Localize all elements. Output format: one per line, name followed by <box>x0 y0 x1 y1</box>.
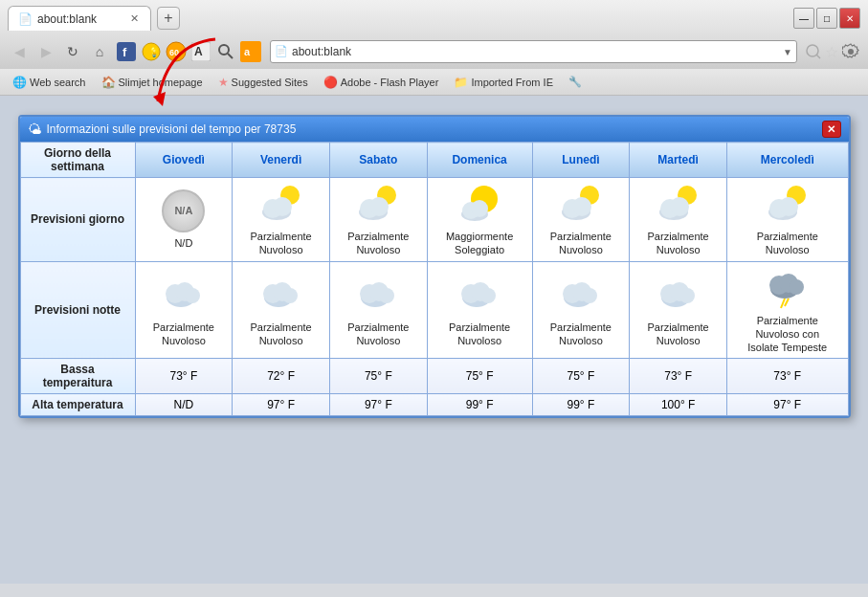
tuesday-night-text: ParzialmenteNuvoloso <box>648 321 709 348</box>
navigation-bar: ◀ ▶ ↻ ⌂ f 💡 60 A a <box>0 34 868 69</box>
address-dropdown-button[interactable]: ▼ <box>783 47 792 57</box>
monday-day-cell: ParzialmenteNuvoloso <box>532 178 630 262</box>
bookmark-web-search-label: Web search <box>30 77 86 88</box>
tuesday-day-icon: ParzialmenteNuvoloso <box>635 182 721 257</box>
toolbar-icons: f 💡 60 A a <box>115 40 262 63</box>
night-cloudy-svg5 <box>559 273 603 317</box>
bookmark-wrench[interactable]: 🔧 <box>564 74 587 90</box>
partly-cloudy-svg4 <box>657 182 701 226</box>
tab-close-button[interactable]: ✕ <box>128 12 141 25</box>
monday-low: 75° F <box>532 359 630 394</box>
sunday-day-cell: MaggiormenteSoleggiato <box>427 178 532 262</box>
popup-title-bar: 🌤 Informazioni sulle previsioni del temp… <box>20 117 849 142</box>
tuesday-day-text: ParzialmenteNuvoloso <box>648 230 709 257</box>
svg-point-59 <box>582 288 597 303</box>
tuesday-day-cell: ParzialmenteNuvoloso <box>630 178 727 262</box>
new-tab-button[interactable]: + <box>157 7 180 30</box>
night-cloudy-svg3 <box>356 273 400 317</box>
thursday-day-cell: N/A N/D <box>135 178 233 262</box>
friday-high: 97° F <box>233 394 330 416</box>
monday-night-cell: ParzialmenteNuvoloso <box>532 261 630 359</box>
search-area: ☆ <box>805 42 860 61</box>
facebook-icon[interactable]: f <box>115 40 138 63</box>
tab-title: about:blank <box>37 12 97 26</box>
friday-low: 72° F <box>233 359 330 394</box>
wednesday-day-cell: ParzialmenteNuvoloso <box>726 178 848 262</box>
day-header-text: Giorno dellasettimana <box>44 146 111 173</box>
sunday-night-text: ParzialmenteNuvoloso <box>449 321 510 348</box>
night-forecast-row: Previsioni notte ParzialmenteNuvoloso <box>20 261 848 359</box>
sunday-high: 99° F <box>427 394 532 416</box>
low-temp-label: Bassatemperaitura <box>20 359 135 394</box>
friday-day-cell: ParzialmenteNuvoloso <box>233 178 330 262</box>
star-button[interactable]: ☆ <box>825 43 838 61</box>
thursday-night-cell: ParzialmenteNuvoloso <box>135 261 233 359</box>
suggested-icon: ★ <box>218 76 229 89</box>
back-button[interactable]: ◀ <box>8 40 31 63</box>
bookmark-ie[interactable]: 📁 Imported From IE <box>449 74 558 91</box>
svg-point-39 <box>779 197 798 216</box>
thursday-night-text: ParzialmenteNuvoloso <box>153 321 214 348</box>
google-search-icon[interactable] <box>805 43 822 60</box>
tuesday-night-icon: ParzialmenteNuvoloso <box>635 273 721 348</box>
bookmark-suggested[interactable]: ★ Suggested Sites <box>213 74 313 91</box>
maximize-button[interactable]: □ <box>816 8 837 29</box>
sunday-day-text: MaggiormenteSoleggiato <box>446 230 513 257</box>
night-forecast-label: Previsioni notte <box>20 261 135 359</box>
thursday-day-text: N/D <box>174 236 192 250</box>
address-input[interactable] <box>292 45 783 58</box>
svg-point-27 <box>471 200 488 217</box>
monday-night-icon: ParzialmenteNuvoloso <box>539 273 624 348</box>
forward-button[interactable]: ▶ <box>34 40 57 63</box>
magnifier-icon[interactable] <box>214 40 237 63</box>
stormy-svg <box>766 266 810 310</box>
weather-popup: 🌤 Informazioni sulle previsioni del temp… <box>18 115 851 418</box>
night-cloudy-svg <box>162 273 206 317</box>
wednesday-night-cell: ParzialmenteNuvoloso conIsolate Tempeste <box>726 261 848 359</box>
svg-point-51 <box>379 288 394 303</box>
night-cloudy-svg6 <box>657 273 701 317</box>
saturday-day-text: ParzialmenteNuvoloso <box>347 230 409 257</box>
browser-tab[interactable]: 📄 about:blank ✕ <box>8 6 151 31</box>
svg-text:60: 60 <box>169 48 179 57</box>
saturday-day-icon: ParzialmenteNuvoloso <box>336 182 421 257</box>
browser-content: 🌤 Informazioni sulle previsioni del temp… <box>0 96 868 584</box>
monday-night-text: ParzialmenteNuvoloso <box>550 321 612 348</box>
close-button[interactable]: ✕ <box>839 8 860 29</box>
monday-day-text: ParzialmenteNuvoloso <box>550 230 612 257</box>
partly-cloudy-svg2 <box>356 182 400 226</box>
saturday-night-icon: ParzialmenteNuvoloso <box>336 273 421 348</box>
minimize-button[interactable]: — <box>793 8 814 29</box>
refresh-button[interactable]: ↻ <box>61 40 84 63</box>
thursday-low: 73° F <box>135 359 233 394</box>
address-bar[interactable]: 📄 ▼ <box>270 40 797 63</box>
amazon-icon[interactable]: a <box>239 40 262 63</box>
wrench-icon: 🔧 <box>568 76 582 88</box>
adobe-icon: 🔴 <box>323 76 338 89</box>
clock-icon[interactable]: 60 <box>165 40 188 63</box>
popup-close-button[interactable]: ✕ <box>822 121 841 138</box>
text-icon[interactable]: A <box>189 40 212 63</box>
bookmark-web-search[interactable]: 🌐 Web search <box>8 74 91 91</box>
svg-point-67 <box>789 279 804 295</box>
svg-point-43 <box>185 288 200 303</box>
sunday-low: 75° F <box>427 359 532 394</box>
bookmark-adobe-label: Adobe - Flash Player <box>341 77 439 88</box>
bookmark-slimjet[interactable]: 🏠 Slimjet homepage <box>97 74 208 91</box>
friday-night-icon: ParzialmenteNuvoloso <box>238 273 323 348</box>
day-forecast-label: Previsioni giorno <box>20 178 135 262</box>
address-favicon: 📄 <box>275 45 288 58</box>
friday-night-cell: ParzialmenteNuvoloso <box>233 261 330 359</box>
bookmark-adobe[interactable]: 🔴 Adobe - Flash Player <box>319 74 444 91</box>
thursday-high: N/D <box>135 394 233 416</box>
sunday-day-icon: MaggiormenteSoleggiato <box>434 182 526 257</box>
svg-text:f: f <box>122 45 127 59</box>
home-button[interactable]: ⌂ <box>88 40 111 63</box>
svg-point-63 <box>679 288 695 303</box>
web-search-icon: 🌐 <box>12 76 27 89</box>
bookmark-suggested-label: Suggested Sites <box>232 77 308 88</box>
night-cloudy-svg4 <box>457 273 501 317</box>
yellow-circle-icon[interactable]: 💡 <box>140 40 163 63</box>
settings-icon[interactable] <box>841 42 860 61</box>
slimjet-icon: 🏠 <box>101 76 116 89</box>
